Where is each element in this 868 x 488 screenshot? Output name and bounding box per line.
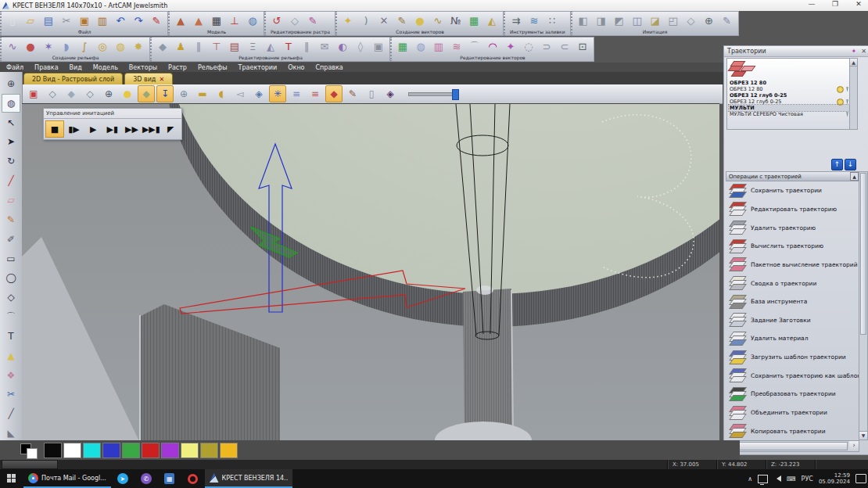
relief-diamond-icon[interactable]: ◆ — [155, 39, 170, 55]
sim-fast-button[interactable]: ▶▶ — [123, 120, 142, 138]
menu-item[interactable]: Рельефы — [198, 64, 228, 71]
taskbar-telegram[interactable]: ➤ — [111, 469, 135, 488]
relief-hourglass-icon[interactable]: Ξ — [245, 39, 260, 55]
relief-pawn-icon[interactable]: ♟ — [173, 39, 188, 55]
tool-bit-icon[interactable] — [846, 112, 848, 117]
delete-toolpath-item[interactable]: Удалить траекторию — [726, 218, 859, 237]
scroll-up-icon[interactable]: ▲ — [850, 59, 857, 66]
panel-vertical-scrollbar[interactable]: ▼ — [859, 171, 868, 440]
tray-chevron-icon[interactable]: ∧ — [748, 475, 752, 483]
gold-bar-icon[interactable]: ▬ — [194, 85, 211, 102]
scroll-down-icon[interactable]: ▼ — [859, 431, 867, 440]
menu-item[interactable]: Векторы — [129, 64, 157, 71]
palette-swatch[interactable] — [83, 443, 101, 458]
swirl-icon[interactable]: ↺ — [269, 13, 285, 29]
palette-swatch[interactable] — [161, 443, 179, 458]
vec-lasso-icon[interactable]: ◌ — [521, 39, 536, 55]
sim-surface-2-icon[interactable]: ◨ — [594, 13, 609, 29]
fill-wave-icon[interactable]: ≋ — [526, 13, 542, 29]
flip-view-icon[interactable]: ◅ — [231, 85, 249, 102]
cone-icon[interactable]: ▲ — [2, 346, 20, 365]
load-template-item[interactable]: Загрузить шаблон траектории — [726, 348, 859, 367]
wave-icon[interactable]: ∿ — [430, 13, 446, 29]
stamp-icon[interactable]: ✎ — [305, 13, 321, 29]
scroll-right-icon[interactable]: › — [849, 441, 859, 451]
diamond-dot-icon[interactable]: ◈ — [382, 85, 399, 102]
vec-dash-arc-icon[interactable]: ⌒ — [467, 39, 482, 55]
asterisk-icon[interactable]: ✳ — [269, 85, 286, 102]
relief-dome-icon[interactable]: ◍ — [113, 39, 128, 55]
relief-mountain-icon[interactable]: ◭ — [263, 39, 278, 55]
batch-calculate-item[interactable]: Пакетное вычисление траекторий — [726, 256, 859, 274]
redo-icon[interactable]: ↷ — [131, 13, 146, 29]
axes-cube-icon[interactable]: ▣ — [25, 85, 42, 102]
sim-surface-5-icon[interactable]: ◰ — [665, 13, 681, 29]
tool-database-item[interactable]: База инструмента — [726, 292, 859, 311]
menu-item[interactable]: Растр — [168, 64, 187, 71]
slider-handle[interactable] — [452, 89, 459, 100]
tab-2d-view[interactable]: 2D Вид - Растровый слой — [23, 73, 123, 84]
toolpath-row[interactable]: ОБРЕЗ 12 80 — [729, 80, 849, 86]
delete-material-item[interactable]: Удалить материал — [726, 329, 859, 348]
curve-pencil-icon[interactable]: ✎ — [394, 13, 410, 29]
vec-c-open-icon[interactable]: ⊃ — [539, 39, 554, 55]
sim-save-icon[interactable]: ◫ — [629, 13, 645, 29]
network-icon[interactable] — [758, 475, 768, 483]
toolpath-row[interactable]: ОБРЕЗ 12 80 — [729, 86, 849, 92]
copy-toolpaths-item[interactable]: Копировать траектории — [726, 422, 859, 440]
iso-view-1-icon[interactable]: ◇ — [44, 85, 61, 102]
palette-swatch[interactable] — [102, 443, 120, 458]
panel-horizontal-scrollbar[interactable]: ‹ › — [726, 440, 859, 452]
dot-icon[interactable]: ● — [412, 13, 428, 29]
knife-icon[interactable]: ╱ — [2, 404, 20, 423]
toolpath-summary-item[interactable]: Сводка о траектории — [726, 274, 859, 292]
sim-surface-3-icon[interactable]: ◩ — [612, 13, 627, 29]
calculate-toolpath-item[interactable]: Вычислить траекторию — [726, 237, 859, 256]
taskbar-opera[interactable] — [181, 469, 205, 488]
tab-3d-view[interactable]: 3D вид ✕ — [124, 73, 173, 84]
sim-step-button[interactable]: ▮▶ — [65, 120, 84, 138]
pan-globe-icon[interactable]: ◍ — [2, 94, 20, 113]
model-new-icon[interactable]: ▲ — [173, 13, 188, 29]
palette-swatch[interactable] — [142, 443, 160, 458]
palette-swatch[interactable] — [181, 443, 199, 458]
eye-diamond-icon[interactable]: ◈ — [250, 85, 267, 102]
sim-tool-icon[interactable]: ◆ — [325, 85, 343, 102]
vec-blob-icon[interactable]: ◠ — [485, 39, 500, 55]
sim-stop-button[interactable]: ■ — [45, 120, 64, 138]
stamp-tool-icon[interactable]: ❖ — [2, 366, 20, 385]
tool-vector-icon[interactable]: ↧ — [156, 85, 174, 102]
transform-toolpaths-item[interactable]: Преобразовать траектории — [726, 385, 859, 404]
vec-grid-icon[interactable]: ▦ — [395, 39, 411, 55]
select-arrow-icon[interactable]: ↖ — [2, 113, 20, 132]
stack-blue-icon[interactable]: ≡ — [288, 85, 305, 102]
sim-restart-button[interactable]: ◤ — [161, 120, 180, 138]
vec-vase-icon[interactable]: ◍ — [413, 39, 429, 55]
pin-icon[interactable]: ✦ — [852, 48, 857, 55]
rectangle-icon[interactable]: ▭ — [2, 249, 20, 268]
fg-bg-color-swatch[interactable] — [20, 443, 39, 458]
menu-item[interactable]: Окно — [288, 64, 304, 71]
relief-star-icon[interactable]: ✶ — [41, 39, 56, 55]
node-edit-icon[interactable]: ✕ — [376, 13, 392, 29]
toolpath-row[interactable]: МУЛЬТИ — [729, 105, 849, 111]
palette-swatch[interactable] — [122, 443, 140, 458]
menu-item[interactable]: Файл — [6, 64, 23, 71]
plane-icon[interactable]: ◭ — [484, 13, 500, 29]
keyboard-icon[interactable]: ⌨ — [787, 475, 796, 483]
relief-erase-icon[interactable]: ◊ — [353, 39, 368, 55]
zoom-in-icon[interactable]: ⊕ — [100, 85, 117, 102]
paste-icon[interactable]: ▥ — [95, 13, 110, 29]
palette-swatch[interactable] — [220, 443, 238, 458]
relief-shell-icon[interactable]: ◗ — [59, 39, 74, 55]
polygon-icon[interactable]: ◇ — [2, 288, 20, 307]
notification-icon[interactable] — [855, 474, 866, 483]
clock[interactable]: 12:59 05.09.2024 — [819, 472, 850, 485]
draft-plane-icon[interactable]: ◆ — [138, 85, 155, 102]
save-file-icon[interactable]: ▤ — [41, 13, 56, 29]
copy-icon[interactable]: ▣ — [77, 13, 92, 29]
tool-bit-icon[interactable] — [846, 87, 848, 92]
maximize-button[interactable]: ❐ — [827, 0, 843, 8]
vec-column-icon[interactable]: ▥ — [431, 39, 447, 55]
panel-close-icon[interactable]: ✕ — [861, 48, 866, 55]
